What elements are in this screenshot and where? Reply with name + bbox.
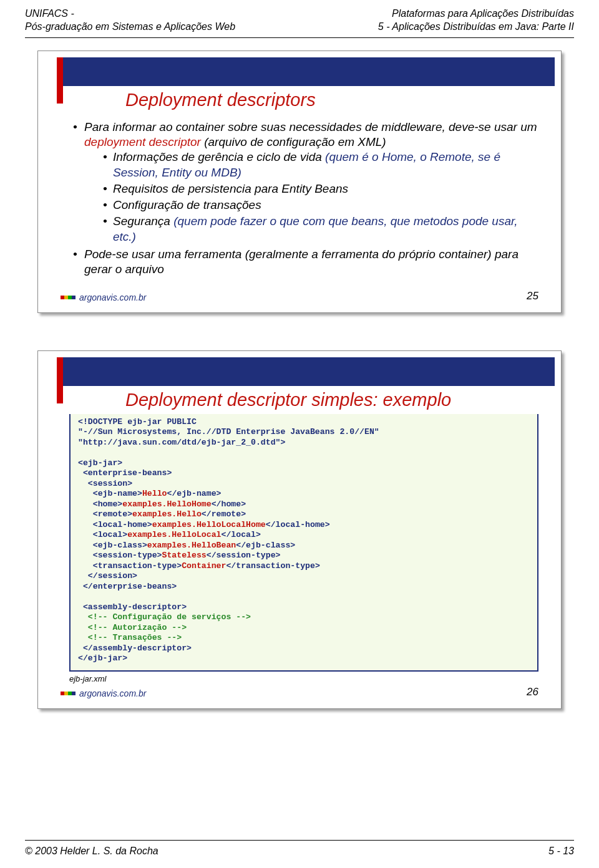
page-footer: © 2003 Helder L. S. da Rocha 5 - 13 <box>25 840 574 857</box>
slide1-sub-1: Informações de gerência e ciclo de vida … <box>103 150 538 180</box>
brand-text: argonavis.com.br <box>79 292 146 302</box>
header-right-line2: 5 - Aplicações Distribuídas em Java: Par… <box>378 21 574 34</box>
slide-1: Deployment descriptors Para informar ao … <box>37 51 562 313</box>
brand-footer: argonavis.com.br <box>61 688 146 698</box>
slide1-bullet-2: Pode-se usar uma ferramenta (geralmente … <box>73 247 538 277</box>
page-header: UNIFACS - Pós-graduação em Sistemas e Ap… <box>0 0 599 37</box>
header-right-line1: Plataformas para Aplicações Distribuídas <box>378 7 574 21</box>
brand-footer: argonavis.com.br <box>61 292 146 302</box>
slide2-pagenum: 26 <box>527 686 538 698</box>
text: Segurança <box>113 215 173 228</box>
slide1-sub-4: Segurança (quem pode fazer o que com que… <box>103 214 538 244</box>
slide1-sub-3: Configuração de transações <box>103 198 538 213</box>
code-caption: ejb-jar.xml <box>69 674 561 683</box>
page-number: 5 - 13 <box>548 846 574 857</box>
text-highlight: deployment descriptor <box>84 135 201 148</box>
header-left-line1: UNIFACS - <box>25 7 235 21</box>
copyright: © 2003 Helder L. S. da Rocha <box>25 846 158 857</box>
slide-2: Deployment descriptor simples: exemplo <… <box>37 350 562 709</box>
text: Para informar ao container sobre suas ne… <box>84 120 537 133</box>
code-block: <!DOCTYPE ejb-jar PUBLIC "-//Sun Microsy… <box>69 410 538 672</box>
brand-text: argonavis.com.br <box>79 688 146 698</box>
text-emph: (quem pode fazer o que com que beans, qu… <box>113 215 518 243</box>
slide1-pagenum: 25 <box>527 290 538 302</box>
slide1-sub-2: Requisitos de persistencia para Entity B… <box>103 181 538 196</box>
flag-icon <box>61 296 75 299</box>
flag-icon <box>61 692 75 695</box>
text: Informações de gerência e ciclo de vida <box>113 150 325 163</box>
header-left-line2: Pós-graduação em Sistemas e Aplicações W… <box>25 21 235 34</box>
slide1-bullet-1: Para informar ao container sobre suas ne… <box>73 120 538 245</box>
slide2-title: Deployment descriptor simples: exemplo <box>63 386 555 414</box>
text: (arquivo de configuração em XML) <box>201 135 386 148</box>
slide1-title: Deployment descriptors <box>63 86 555 114</box>
